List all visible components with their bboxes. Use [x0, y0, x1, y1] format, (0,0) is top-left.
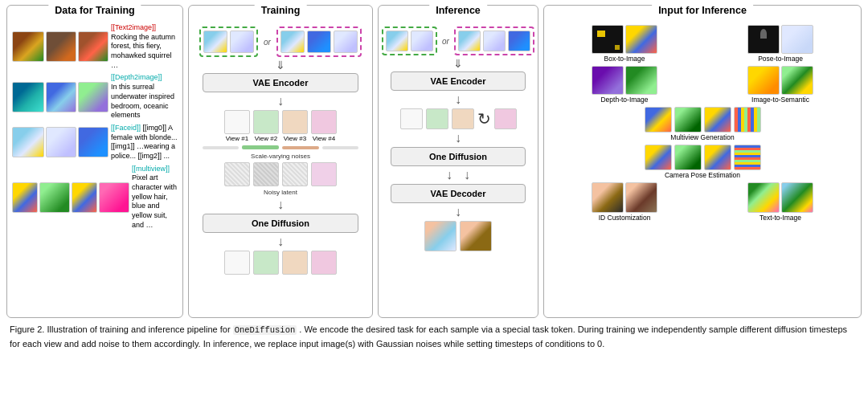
- box-to-image-img2: [625, 25, 657, 54]
- arrow-to-diffusion: ↓: [277, 198, 284, 211]
- training-row-depth2image: [[Depth2image]] In this surreal underwat…: [12, 73, 178, 120]
- train-img2-elsa2: [334, 31, 358, 53]
- faceid-caption: [[Faceid]] [[img0]] A female with blonde…: [111, 124, 178, 161]
- depth-to-image-imgs: [592, 66, 657, 95]
- depth2image-tag: [[Depth2image]]: [111, 73, 162, 81]
- id-customization-item: ID Customization: [592, 182, 657, 222]
- cp-img2: [674, 145, 702, 170]
- img-coffee: [46, 31, 76, 62]
- mv-img2: [674, 107, 702, 133]
- multiview-text: Pixel art character with yellow hair, bl…: [132, 173, 177, 228]
- view-1-box: [224, 110, 250, 134]
- mv-img1: [645, 107, 672, 133]
- img-elsa1: [12, 127, 44, 157]
- inf-row-5: ID Customization Text-to-Image: [549, 182, 856, 222]
- inf-arrow-to-vae: ⇓: [453, 58, 463, 69]
- data-training-title: Data for Training: [48, 5, 141, 16]
- main-container: Data for Training [[Text2image]] Rocking…: [0, 0, 868, 412]
- img-char2: [72, 182, 97, 213]
- inf-latent-2: [426, 108, 448, 129]
- img-char1: [12, 182, 38, 213]
- noise-bar-3: [282, 146, 319, 149]
- multiview-gen-imgs: [645, 107, 761, 133]
- pose-to-image-label: Pose-to-Image: [758, 55, 803, 63]
- training-row-faceid: [[Faceid]] [[img0]] A female with blonde…: [12, 124, 178, 161]
- train-img-elsa1: [203, 31, 227, 53]
- cp-img4: [734, 145, 761, 170]
- inf-latent-row: ↻: [400, 108, 517, 129]
- inf-arrow-to-diffusion: ↓: [455, 132, 461, 145]
- inf-output-face: [424, 221, 457, 251]
- training-section: Training or ⇓: [188, 5, 373, 318]
- noisy-box-2: [253, 162, 279, 186]
- inf-row-3: Multiview Generation: [549, 107, 856, 141]
- noisy-box-4: [311, 162, 337, 186]
- noise-bar-4: [322, 146, 359, 149]
- train-img2-police: [307, 31, 331, 53]
- image-to-semantic-imgs: [747, 66, 813, 95]
- inf-vae-encoder-box: VAE Encoder: [391, 71, 525, 91]
- text2image-tag: [[Text2image]]: [111, 23, 156, 31]
- caption-code: OneDiffusion: [233, 325, 297, 335]
- inf-img2-police: [508, 31, 530, 51]
- depth-to-image-item: Depth-to-Image: [592, 66, 657, 104]
- camera-pose-label: Camera Pose Estimation: [665, 171, 740, 179]
- diagram-area: Data for Training [[Text2image]] Rocking…: [6, 5, 862, 318]
- or-label-1: or: [264, 38, 271, 47]
- inf-img-elsa1: [386, 31, 408, 51]
- text2image-caption: [[Text2image]] Rocking the autumn forest…: [111, 23, 178, 70]
- view-4-item: View #4: [311, 110, 337, 142]
- camera-pose-imgs: [645, 145, 761, 170]
- scale-label: Scale-varying noises: [251, 153, 310, 160]
- mv-img3: [704, 107, 731, 133]
- view-3-item: View #3: [282, 110, 308, 142]
- dashed-input-1: [199, 27, 258, 57]
- view-2-box: [253, 110, 279, 134]
- img-squirrel: [78, 31, 108, 62]
- img-pink-grad: [99, 182, 129, 213]
- training-row-text2image: [[Text2image]] Rocking the autumn forest…: [12, 23, 178, 70]
- text-to-image-label: Text-to-Image: [760, 214, 801, 222]
- img-underwater: [12, 82, 44, 112]
- train-img2-elsa1: [280, 31, 305, 53]
- inf-arrow-from-decoder: ↓: [455, 206, 461, 218]
- image-to-semantic-item: Image-to-Semantic: [747, 66, 813, 104]
- inf-img2-elsa2: [483, 31, 506, 51]
- data-training-section: Data for Training [[Text2image]] Rocking…: [6, 5, 183, 318]
- training-title: Training: [255, 5, 307, 16]
- one-diffusion-box: One Diffusion: [203, 214, 358, 233]
- view-4-box: [311, 110, 337, 134]
- faceid-tag: [[Faceid]]: [111, 124, 141, 132]
- depth-to-image-img2: [625, 66, 657, 95]
- view-3-label: View #3: [284, 135, 306, 142]
- depth-to-image-img1: [592, 66, 624, 95]
- box-to-image-imgs: [592, 25, 657, 54]
- inf-latent-3: [452, 108, 474, 129]
- text-to-img-img1: [747, 182, 780, 213]
- training-items-list: [[Text2image]] Rocking the autumn forest…: [12, 23, 178, 230]
- view-3-box: [282, 110, 308, 134]
- inference-title: Inference: [429, 5, 487, 16]
- caption-area: Figure 2. Illustration of training and i…: [6, 318, 862, 350]
- img-autumn: [12, 31, 44, 62]
- inf-img-elsa2: [411, 31, 433, 51]
- view-2-item: View #2: [253, 110, 279, 142]
- inf-dashed-2: [454, 27, 534, 55]
- inf-output-row: [424, 221, 492, 251]
- img-bedroom: [46, 82, 76, 112]
- img-green-grad: [39, 182, 70, 213]
- input-inference-section: Input for Inference Box-to-Image: [543, 5, 862, 318]
- inf-row-1: Box-to-Image Pose-to-Image: [549, 25, 856, 63]
- noisy-boxes: [224, 162, 337, 186]
- box-to-image-label: Box-to-Image: [604, 55, 645, 63]
- or-label-inf: or: [442, 37, 449, 46]
- train-img-elsa2: [230, 31, 254, 53]
- box-to-image-img1: [592, 25, 624, 54]
- id-customization-label: ID Customization: [599, 214, 651, 222]
- mv-img4: [734, 107, 761, 133]
- arrow-from-vae: ↓: [277, 95, 284, 108]
- caption-text1: Illustration of training and inference p…: [47, 324, 232, 334]
- inf-output-woman: [460, 221, 492, 251]
- output-box-4: [311, 251, 337, 275]
- view-1-label: View #1: [226, 135, 248, 142]
